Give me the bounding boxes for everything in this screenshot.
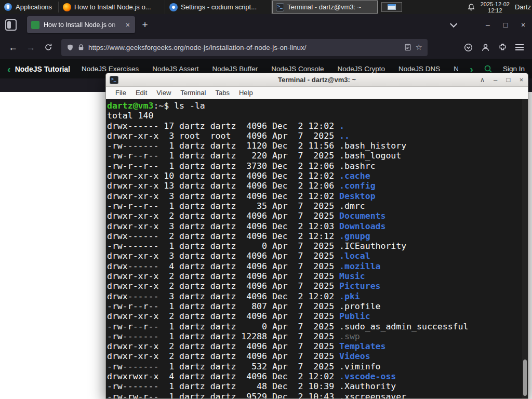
minimize-button[interactable]: – xyxy=(489,74,502,86)
tutorial-back-link[interactable]: ‹ NodeJS Tutorial xyxy=(7,64,70,74)
forward-button[interactable]: → xyxy=(23,39,38,55)
taskbar-window-firefox[interactable]: How to Install Node.js o... xyxy=(59,0,165,14)
extensions-puzzle-icon[interactable] xyxy=(498,43,507,52)
workspace-window-icon xyxy=(388,4,396,10)
url-text: https://www.geeksforgeeks.org/node-js/in… xyxy=(88,44,400,51)
nav-link[interactable]: NodeJS Assert xyxy=(152,65,198,73)
bookmark-star-icon[interactable]: ☆ xyxy=(416,43,422,52)
chevron-left-icon: ‹ xyxy=(7,64,11,74)
clock-date: 2025-12-02 xyxy=(481,1,510,7)
workspace-switcher[interactable] xyxy=(381,2,402,12)
terminal-output: dartz@vm3:~$ ls -latotal 140drwx------ 1… xyxy=(106,99,528,399)
reload-icon xyxy=(44,43,52,51)
notifications-bell-icon[interactable] xyxy=(467,3,475,11)
nav-link[interactable]: NodeJS Buffer xyxy=(212,65,258,73)
back-button[interactable]: ← xyxy=(5,39,21,55)
taskbar-window-title: Terminal - dartz@vm3: ~ xyxy=(287,3,361,11)
lock-icon[interactable] xyxy=(78,44,84,51)
browser-tab[interactable]: How to Install Node.js on × xyxy=(27,16,135,33)
nav-link[interactable]: NodeJS Crypto xyxy=(337,65,385,73)
taskbar-window-title: How to Install Node.js o... xyxy=(74,3,151,11)
toolbar-icons xyxy=(464,43,524,52)
applications-menu[interactable]: Applications xyxy=(0,0,58,14)
taskbar-window-title: Settings - codium script... xyxy=(181,3,257,11)
taskbar-window-terminal[interactable]: >_ Terminal - dartz@vm3: ~ xyxy=(272,0,378,14)
menu-hamburger-icon[interactable] xyxy=(515,44,524,50)
search-icon[interactable] xyxy=(484,64,493,73)
terminal-body[interactable]: dartz@vm3:~$ ls -latotal 140drwx------ 1… xyxy=(106,99,528,399)
taskbar-tray: 2025-12-02 12:12 Dartz xyxy=(467,0,532,14)
session-user-label[interactable]: Dartz xyxy=(515,3,531,11)
account-icon[interactable] xyxy=(481,43,490,52)
close-button[interactable]: × xyxy=(514,17,532,33)
clock-time: 12:12 xyxy=(488,7,502,14)
applications-label: Applications xyxy=(16,3,52,11)
terminal-glyph: >_ xyxy=(277,4,283,9)
nav-link[interactable]: NodeJS Console xyxy=(271,65,324,73)
maximize-button[interactable]: □ xyxy=(502,74,515,86)
close-button[interactable]: × xyxy=(515,74,528,86)
menu-help[interactable]: Help xyxy=(235,89,257,97)
desktop: Applications How to Install Node.js o...… xyxy=(0,0,532,399)
sign-in-button[interactable]: Sign In xyxy=(503,65,525,73)
taskbar: Applications How to Install Node.js o...… xyxy=(0,0,532,14)
terminal-window: >_ Terminal - dartz@vm3: ~ ∧ – □ × File … xyxy=(105,73,528,399)
terminal-titlebar[interactable]: >_ Terminal - dartz@vm3: ~ ∧ – □ × xyxy=(106,73,528,87)
terminal-window-controls: ∧ – □ × xyxy=(476,74,528,86)
browser-window-controls: – □ × xyxy=(479,17,532,33)
terminal-title: Terminal - dartz@vm3: ~ xyxy=(106,76,528,84)
menu-tabs[interactable]: Tabs xyxy=(211,89,233,97)
pocket-icon[interactable] xyxy=(464,43,473,52)
minimize-button[interactable]: – xyxy=(479,17,497,33)
scrollbar-thumb[interactable] xyxy=(523,360,527,396)
terminal-icon: >_ xyxy=(276,3,284,11)
maximize-button[interactable]: □ xyxy=(497,17,514,33)
reload-button[interactable] xyxy=(41,39,56,55)
settings-icon xyxy=(169,3,178,11)
url-bar[interactable]: https://www.geeksforgeeks.org/node-js/in… xyxy=(61,39,428,56)
menu-edit[interactable]: Edit xyxy=(131,89,151,97)
tracking-shield-icon[interactable] xyxy=(66,44,74,51)
shade-button[interactable]: ∧ xyxy=(476,74,489,86)
list-all-tabs-chevron-icon[interactable] xyxy=(450,20,457,27)
site-nav-links: NodeJS Exercises NodeJS Assert NodeJS Bu… xyxy=(82,65,458,73)
tab-close-icon[interactable]: × xyxy=(125,21,131,29)
terminal-menubar: File Edit View Terminal Tabs Help xyxy=(106,87,528,99)
terminal-scrollbar[interactable] xyxy=(522,99,528,399)
navigation-toolbar: ← → https://www.geeksforgeeks.org/node-j… xyxy=(0,35,532,59)
geeksforgeeks-favicon xyxy=(31,21,39,29)
menu-terminal[interactable]: Terminal xyxy=(176,89,210,97)
menu-view[interactable]: View xyxy=(152,89,175,97)
tab-bar: How to Install Node.js on × + – □ × xyxy=(0,14,532,35)
tab-title: How to Install Node.js on xyxy=(44,21,121,29)
new-tab-button[interactable]: + xyxy=(137,17,153,33)
taskbar-clock[interactable]: 2025-12-02 12:12 xyxy=(481,1,510,14)
firefox-icon xyxy=(63,3,71,11)
firefox-view-button[interactable] xyxy=(5,19,17,31)
taskbar-window-settings[interactable]: Settings - codium script... xyxy=(165,0,272,14)
menu-file[interactable]: File xyxy=(111,89,130,97)
nav-link[interactable]: Node xyxy=(454,65,458,73)
reader-mode-icon[interactable] xyxy=(404,44,411,51)
nav-link[interactable]: NodeJS Exercises xyxy=(82,65,139,73)
nav-link[interactable]: NodeJS DNS xyxy=(398,65,440,73)
applications-icon xyxy=(4,3,12,11)
tutorial-title: NodeJS Tutorial xyxy=(15,65,70,73)
